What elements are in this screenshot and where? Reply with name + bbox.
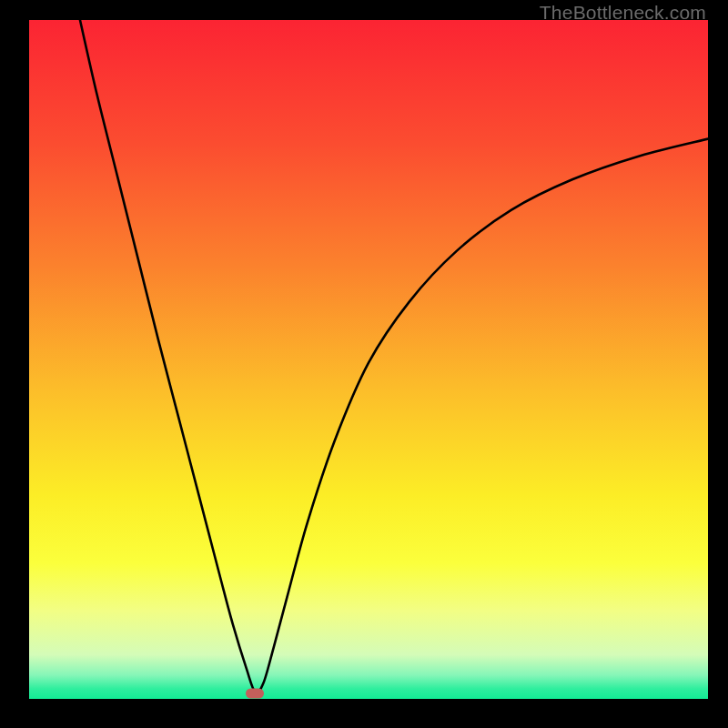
minimum-marker (246, 689, 264, 699)
chart-container: TheBottleneck.com (0, 0, 728, 728)
plot-area (29, 20, 708, 699)
bottleneck-curve (29, 20, 708, 699)
